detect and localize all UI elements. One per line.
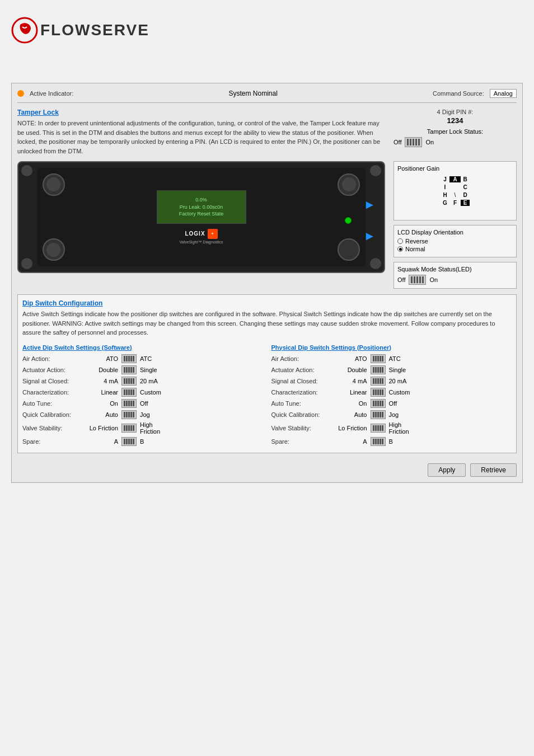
- dip-row-right-1: Single: [387, 367, 423, 373]
- gain-b: B: [461, 176, 470, 182]
- apply-button[interactable]: Apply: [428, 463, 466, 477]
- dip-bar-2-0: [124, 378, 125, 384]
- device-dial-inner-3: [342, 177, 356, 191]
- tamper-lock-title: Tamper Lock: [17, 109, 385, 116]
- dip-toggle-5[interactable]: [371, 410, 386, 419]
- tamper-toggle-on: On: [425, 139, 434, 145]
- gain-f: F: [449, 200, 461, 206]
- dip-row: Spare:AB: [271, 437, 512, 446]
- tamper-left: Tamper Lock NOTE: In order to prevent un…: [17, 109, 385, 156]
- device-corner-tl: [21, 165, 32, 176]
- device-logo-badge-text: +: [211, 231, 214, 236]
- dip-row-left-4: On: [333, 400, 369, 407]
- dip-row: Spare:AB: [22, 437, 263, 446]
- dip-row: Auto Tune:OnOff: [271, 399, 512, 408]
- dip-toggle-1[interactable]: [371, 365, 386, 374]
- main-panel: Active Indicator: System Nominal Command…: [11, 83, 523, 483]
- dip-bar-5-0: [124, 412, 125, 417]
- dip-bar-6-4: [382, 425, 383, 431]
- dip-toggle-5[interactable]: [121, 410, 137, 419]
- dip-bar-0-0: [373, 356, 374, 361]
- dip-bar-7-3: [380, 439, 381, 444]
- dip-row: Auto Tune:OnOff: [22, 399, 263, 408]
- squawk-toggle-off: Off: [397, 276, 405, 283]
- dip-row: Characterization:LinearCustom: [271, 388, 512, 397]
- dip-row-right-7: B: [387, 438, 423, 445]
- dip-bar-0-3: [130, 356, 132, 361]
- dip-bar-5-3: [380, 412, 381, 417]
- dip-toggle-3[interactable]: [121, 388, 137, 397]
- dip-row-right-2: 20 mA: [138, 378, 174, 384]
- dip-row-left-2: 4 mA: [333, 378, 369, 384]
- physical-dip-section: Physical Dip Switch Settings (Positioner…: [271, 344, 512, 448]
- dip-row-right-5: Jog: [387, 411, 423, 418]
- device-logix-text: LOGIX: [185, 231, 205, 237]
- dip-bar-3-2: [128, 389, 130, 395]
- dip-bar-4-1: [126, 401, 128, 406]
- dip-bar-3-0: [124, 389, 125, 395]
- dip-toggle-4[interactable]: [121, 399, 137, 408]
- radio-normal-row[interactable]: Normal: [397, 246, 513, 252]
- dip-bar-0-4: [133, 356, 134, 361]
- toggle-bar-1: [407, 139, 409, 145]
- dip-row: Air Action:ATOATC: [271, 354, 512, 363]
- dip-toggle-0[interactable]: [371, 354, 386, 363]
- dip-toggle-1[interactable]: [121, 365, 137, 374]
- dip-bar-6-3: [130, 425, 132, 431]
- dip-row-left-1: Double: [333, 367, 369, 373]
- right-controls: Positioner Gain J A B I C H \ D G: [394, 161, 517, 289]
- dip-bar-4-4: [133, 401, 134, 406]
- radio-reverse[interactable]: [397, 238, 403, 244]
- gain-h: H: [441, 192, 449, 198]
- dip-toggle-4[interactable]: [371, 399, 386, 408]
- dip-row-label-4: Auto Tune:: [22, 400, 84, 407]
- physical-dip-title: Physical Dip Switch Settings (Positioner…: [271, 344, 512, 351]
- tamper-toggle-switch[interactable]: [405, 137, 422, 147]
- dip-toggle-2[interactable]: [121, 377, 137, 386]
- dip-toggle-6[interactable]: [121, 424, 137, 433]
- dip-toggle-3[interactable]: [371, 388, 386, 397]
- pin-value: 1234: [394, 116, 517, 125]
- status-dot: [17, 90, 24, 97]
- radio-normal[interactable]: [397, 246, 403, 252]
- pin-label: 4 Digit PIN #:: [394, 109, 517, 115]
- radio-normal-label: Normal: [405, 246, 425, 252]
- dip-bar-5-2: [377, 412, 379, 417]
- dip-row: Signal at Closed:4 mA20 mA: [22, 377, 263, 386]
- dip-toggle-0[interactable]: [121, 354, 137, 363]
- device-logo-badge: +: [208, 229, 218, 239]
- dip-toggle-7[interactable]: [121, 437, 137, 446]
- dip-bar-5-0: [373, 412, 374, 417]
- squawk-bar-4: [419, 276, 421, 283]
- dip-row-left-7: A: [333, 438, 369, 445]
- dip-bar-6-3: [380, 425, 381, 431]
- arrow-bottom: ►: [364, 229, 376, 243]
- squawk-mode-box: Squawk Mode Status(LED) Off: [394, 262, 517, 289]
- dip-tables: Active Dip Switch Settings (Software) Ai…: [22, 344, 512, 448]
- radio-reverse-row[interactable]: Reverse: [397, 238, 513, 245]
- dip-bar-3-3: [130, 389, 132, 395]
- dip-row-label-5: Quick Calibration:: [22, 411, 84, 418]
- dip-row: Actuator Action:DoubleSingle: [271, 365, 512, 374]
- squawk-toggle-switch[interactable]: [409, 275, 426, 285]
- dip-bar-1-3: [130, 367, 132, 373]
- dip-row-left-4: On: [84, 400, 120, 407]
- retrieve-button[interactable]: Retrieve: [470, 463, 517, 477]
- dip-bar-7-3: [130, 439, 132, 444]
- dip-bar-1-2: [128, 367, 130, 373]
- device-corner-tr: [370, 165, 381, 176]
- dip-row: Signal at Closed:4 mA20 mA: [271, 377, 512, 386]
- device-screen-text: 0.0%Pru Leak: 0.00sc0nFactory Reset Stat…: [179, 196, 224, 218]
- dip-row: Valve Stability:Lo FrictionHigh Friction: [22, 421, 263, 435]
- dip-bar-6-2: [377, 425, 379, 431]
- dip-bar-7-1: [126, 439, 128, 444]
- middle-section: 0.0%Pru Leak: 0.00sc0nFactory Reset Stat…: [17, 161, 517, 289]
- dip-toggle-6[interactable]: [371, 424, 386, 433]
- dip-row: Quick Calibration:AutoJog: [271, 410, 512, 419]
- tamper-lock-description: NOTE: In order to prevent unintentional …: [17, 119, 385, 156]
- dip-bar-4-4: [382, 401, 383, 406]
- dip-toggle-7[interactable]: [371, 437, 386, 446]
- dip-toggle-2[interactable]: [371, 377, 386, 386]
- device-dial-inner: [46, 177, 60, 191]
- dip-bar-5-4: [133, 412, 134, 417]
